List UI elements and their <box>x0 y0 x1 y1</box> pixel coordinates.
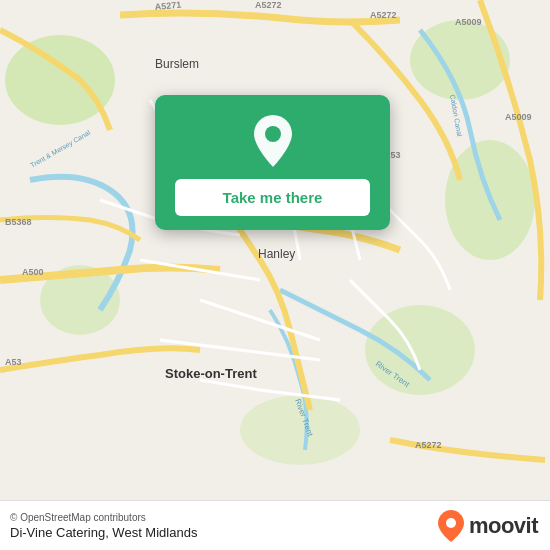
svg-text:B5368: B5368 <box>5 217 32 227</box>
location-pin-icon <box>249 113 297 169</box>
moovit-brand-text: moovit <box>469 513 538 539</box>
map-svg: A5271 A5272 A5272 A5009 A5009 B5368 A500… <box>0 0 550 500</box>
moovit-pin-icon <box>437 509 465 543</box>
svg-point-25 <box>265 126 281 142</box>
footer-bar: © OpenStreetMap contributors Di-Vine Cat… <box>0 500 550 550</box>
svg-text:A5009: A5009 <box>505 112 532 122</box>
svg-text:A53: A53 <box>5 357 22 367</box>
svg-text:Hanley: Hanley <box>258 247 295 261</box>
svg-point-1 <box>5 35 115 125</box>
osm-attribution: © OpenStreetMap contributors <box>10 512 197 523</box>
moovit-logo: moovit <box>437 509 538 543</box>
svg-point-2 <box>410 20 510 100</box>
take-me-there-button[interactable]: Take me there <box>175 179 370 216</box>
cta-card: Take me there <box>155 95 390 230</box>
location-label: Di-Vine Catering, West Midlands <box>10 525 197 540</box>
svg-text:A5272: A5272 <box>255 0 282 10</box>
svg-text:Stoke-on-Trent: Stoke-on-Trent <box>165 366 257 381</box>
svg-point-26 <box>446 518 456 528</box>
footer-info: © OpenStreetMap contributors Di-Vine Cat… <box>10 512 197 540</box>
map-area: A5271 A5272 A5272 A5009 A5009 B5368 A500… <box>0 0 550 500</box>
svg-point-5 <box>365 305 475 395</box>
svg-text:Burslem: Burslem <box>155 57 199 71</box>
svg-text:A5272: A5272 <box>370 10 397 20</box>
svg-text:A500: A500 <box>22 267 44 277</box>
svg-text:A5272: A5272 <box>415 440 442 450</box>
svg-text:A5009: A5009 <box>455 17 482 27</box>
